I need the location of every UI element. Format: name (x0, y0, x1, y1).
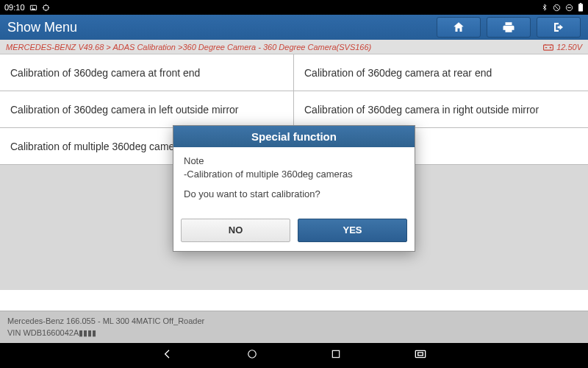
special-function-dialog: Special function Note -Calibration of mu… (173, 125, 415, 252)
battery-icon (578, 3, 584, 12)
exit-button[interactable] (537, 17, 581, 38)
svg-rect-6 (580, 3, 581, 4)
minus-circle-icon (565, 4, 573, 12)
android-nav-bar (0, 343, 588, 368)
svg-point-2 (43, 4, 48, 10)
voltage-text: 12.50V (556, 43, 582, 52)
app-header: Show Menu (0, 15, 588, 40)
svg-point-8 (248, 350, 257, 358)
voltage-indicator: 12.50V (543, 43, 582, 52)
svg-point-1 (32, 6, 32, 7)
battery-car-icon (543, 43, 553, 51)
yes-button[interactable]: YES (298, 219, 407, 242)
page-title: Show Menu (7, 20, 431, 35)
android-status-bar: 09:10 (0, 0, 588, 15)
dialog-note: Note -Calibration of multiple 360deg cam… (184, 155, 404, 180)
svg-rect-11 (418, 353, 423, 355)
svg-rect-9 (332, 350, 339, 357)
dialog-actions: NO YES (173, 219, 415, 251)
vehicle-vin: VIN WDB1660042A▮▮▮▮ (7, 328, 581, 339)
dialog-question: Do you want to start calibration? (184, 188, 404, 201)
target-icon (42, 4, 50, 12)
svg-rect-10 (415, 350, 425, 357)
picture-icon (29, 4, 37, 12)
option-left-mirror[interactable]: Calibration of 360deg camera in left out… (0, 91, 294, 128)
option-right-mirror[interactable]: Calibration of 360deg camera in right ou… (294, 91, 588, 128)
vehicle-model: Mercedes-Benz 166.055 - ML 300 4MATIC Of… (7, 316, 581, 327)
dialog-body: Note -Calibration of multiple 360deg cam… (173, 147, 415, 219)
breadcrumb: MERCEDES-BENZ V49.68 > ADAS Calibration … (6, 43, 543, 52)
home-button[interactable] (437, 17, 481, 38)
option-front-camera[interactable]: Calibration of 360deg camera at front en… (0, 54, 294, 91)
svg-rect-7 (544, 45, 553, 50)
bluetooth-icon (541, 3, 548, 12)
sync-off-icon (553, 4, 561, 12)
no-button[interactable]: NO (181, 219, 290, 242)
vehicle-info-footer: Mercedes-Benz 166.055 - ML 300 4MATIC Of… (0, 311, 588, 343)
dialog-title: Special function (173, 126, 415, 147)
breadcrumb-bar: MERCEDES-BENZ V49.68 > ADAS Calibration … (0, 40, 588, 54)
nav-home-button[interactable] (247, 349, 257, 362)
nav-back-button[interactable] (162, 348, 173, 363)
nav-recent-button[interactable] (331, 349, 341, 362)
clock-text: 09:10 (4, 3, 25, 12)
nav-screenshot-button[interactable] (415, 349, 426, 362)
option-rear-camera[interactable]: Calibration of 360deg camera at rear end (294, 54, 588, 91)
svg-rect-5 (578, 4, 583, 11)
print-button[interactable] (487, 17, 531, 38)
